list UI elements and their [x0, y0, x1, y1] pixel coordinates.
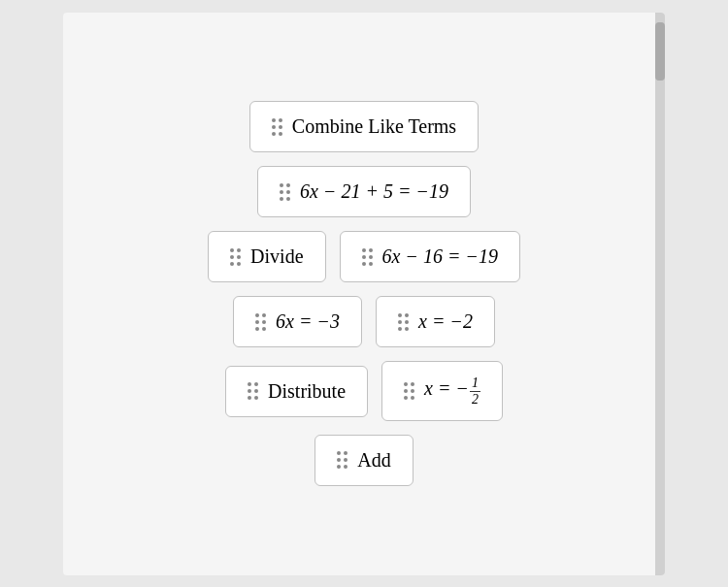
distribute-label: Distribute — [268, 380, 346, 403]
drag-icon — [248, 382, 258, 400]
expr5-label: x = −12 — [424, 375, 480, 407]
distribute-card[interactable]: Distribute — [225, 366, 368, 417]
expr5-card[interactable]: x = −12 — [381, 361, 503, 421]
row-5: Distribute x = −12 — [225, 361, 503, 421]
drag-icon — [280, 183, 290, 201]
drag-icon — [255, 313, 266, 331]
add-label: Add — [357, 449, 390, 472]
expr4-card[interactable]: x = −2 — [376, 296, 495, 347]
expr1-card[interactable]: 6x − 21 + 5 = −19 — [257, 166, 471, 217]
expr3-label: 6x = −3 — [276, 310, 340, 333]
divide-card[interactable]: Divide — [208, 231, 325, 282]
divide-label: Divide — [250, 245, 303, 268]
expr2-label: 6x − 16 = −19 — [382, 245, 498, 268]
drag-icon — [404, 382, 414, 400]
combine-like-terms-card[interactable]: Combine Like Terms — [249, 101, 479, 152]
drag-icon — [230, 248, 241, 266]
drag-icon — [398, 313, 409, 331]
scrollbar-thumb[interactable] — [655, 22, 665, 81]
row-6: Add — [314, 435, 413, 486]
drag-icon — [362, 248, 373, 266]
row-1: Combine Like Terms — [249, 101, 479, 152]
main-panel: Combine Like Terms 6x − 21 + 5 = −19 — [63, 13, 665, 575]
card-layout: Combine Like Terms 6x − 21 + 5 = −19 — [83, 101, 645, 486]
expr2-card[interactable]: 6x − 16 = −19 — [340, 231, 520, 282]
expr3-card[interactable]: 6x = −3 — [233, 296, 362, 347]
expr1-label: 6x − 21 + 5 = −19 — [300, 180, 448, 203]
combine-like-terms-label: Combine Like Terms — [292, 115, 456, 138]
drag-icon — [337, 451, 347, 469]
scrollbar[interactable] — [655, 13, 665, 575]
row-2: 6x − 21 + 5 = −19 — [257, 166, 471, 217]
row-3: Divide 6x − 16 = −19 — [208, 231, 520, 282]
drag-icon — [272, 118, 282, 136]
row-4: 6x = −3 x = −2 — [233, 296, 495, 347]
add-card[interactable]: Add — [314, 435, 413, 486]
expr4-label: x = −2 — [418, 310, 473, 333]
